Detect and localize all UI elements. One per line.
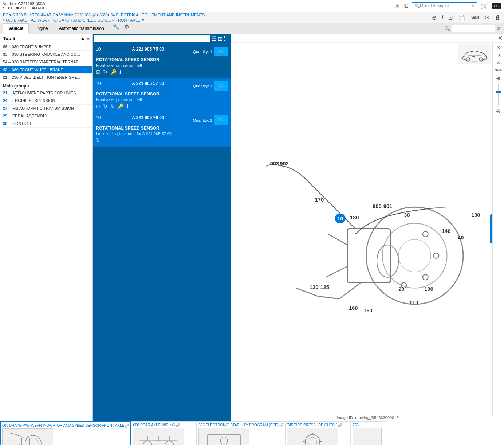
- part-card-0-header: 10 A 221 905 75 00 Quantity: 1 🛒: [96, 47, 228, 56]
- sidebar-group-27[interactable]: 27 MB AUTOMATIC TRANSMISSION: [0, 105, 92, 112]
- thumbnail-745[interactable]: 745 TIRE PRESSURE CHECK 🔗: [285, 421, 351, 445]
- part-2-cart-button[interactable]: 🛒: [214, 115, 228, 125]
- part-1-info-icon[interactable]: ℹ: [127, 103, 129, 109]
- part-0-name: ROTATIONAL SPEED SENSOR: [96, 57, 228, 62]
- diagram-cross-icon[interactable]: ✕: [496, 60, 500, 66]
- diagram-close-icon[interactable]: ✕: [498, 35, 503, 42]
- part-2-refresh-icon[interactable]: ↻: [96, 137, 100, 143]
- sidebar-item-battery[interactable]: 54 – 030 BATTERY,STARTER/ALTERNAT...: [0, 58, 92, 66]
- sidebar-group-29[interactable]: 29 PEDAL ASSEMBLY: [0, 112, 92, 120]
- thumbnail-745-label: 745 TIRE PRESSURE CHECK 🔗: [287, 423, 349, 427]
- tab-engine[interactable]: Engine: [29, 23, 53, 34]
- sidebar-item-front-bumper[interactable]: 88 – 030 FRONT BUMPER: [0, 43, 92, 51]
- parts-search-input-wrapper[interactable]: [94, 35, 210, 42]
- diagram-slider-handle[interactable]: [496, 91, 501, 93]
- grid-view-icon[interactable]: ⊞: [218, 35, 223, 42]
- part-1-cart-button[interactable]: 🛒: [214, 81, 228, 91]
- part-0-key-icon[interactable]: 🔑: [110, 69, 117, 75]
- parts-search-input[interactable]: [97, 36, 208, 42]
- part-1-table-icon[interactable]: ⊞: [96, 103, 100, 109]
- model-search[interactable]: 🔍 ✕: [412, 2, 477, 9]
- sidebar-group-num-24: 24: [3, 98, 10, 103]
- thumbnail-695[interactable]: 695 ELECTRONIC STABILITY PROGRAM (ESP) 🔗: [197, 421, 285, 445]
- model-search-input[interactable]: [420, 3, 471, 8]
- toolbar-icons: ⊕ i ⊿ 📄 WIS ✉ 🖨: [431, 13, 501, 22]
- part-card-0[interactable]: 10 A 221 905 75 00 Quantity: 1 🛒 ROTATIO…: [93, 44, 231, 78]
- part-card-2[interactable]: 10 A 221 905 76 00 Quantity: 1 🛒 ROTATIO…: [93, 112, 231, 147]
- thumbnail-755[interactable]: 755: [351, 421, 387, 445]
- language-selector[interactable]: en: [492, 3, 501, 9]
- svg-text:160: 160: [349, 305, 358, 311]
- breadcrumb-vehicle-id[interactable]: Vehicle: C221183: [59, 13, 91, 17]
- tab-search-input[interactable]: [452, 25, 495, 32]
- breadcrumb-54[interactable]: 54 ELECTRICAL EQUIPMENT AND INSTRUMENTS: [110, 13, 205, 17]
- sidebar-group-label-24: ENGINE SUSPENSION: [12, 98, 55, 103]
- part-0-refresh1-icon[interactable]: ↻: [103, 69, 107, 75]
- part-0-table-icon[interactable]: ⊞: [96, 69, 100, 75]
- breadcrumb-63v[interactable]: 63V: [99, 13, 107, 17]
- sidebar-group-30[interactable]: 30 CONTROL: [0, 120, 92, 128]
- warning-icon[interactable]: ⚠: [394, 2, 401, 10]
- filter-icon[interactable]: ⊿: [448, 13, 454, 22]
- part-1-refresh2-icon[interactable]: ↻: [110, 103, 115, 109]
- copy-icon[interactable]: ⧉: [403, 2, 409, 10]
- thumbnail-755-img: [353, 428, 382, 445]
- part-2-number: A 221 905 76 00: [132, 115, 164, 120]
- part-0-number: A 221 905 75 00: [132, 47, 164, 52]
- sidebar-collapse-icon[interactable]: ▲: [80, 35, 85, 41]
- diagram-svg-icon[interactable]: SVG: [494, 68, 503, 73]
- breadcrumb-vehicle-line[interactable]: S 350 BlueTEC 4MATIC: [12, 13, 55, 17]
- part-1-refresh1-icon[interactable]: ↻: [103, 103, 107, 109]
- document-icon[interactable]: 📄: [457, 13, 466, 22]
- list-view-icon[interactable]: ☰: [211, 35, 216, 42]
- tab-automatic-transmission[interactable]: Automatic transmission: [54, 23, 110, 34]
- tab-settings-icon[interactable]: ⚙: [123, 23, 131, 34]
- part-card-1[interactable]: 10 A 221 905 57 00 Quantity: 1 🛒 ROTATIO…: [93, 78, 231, 112]
- svg-point-6: [398, 239, 431, 272]
- wis-icon[interactable]: WIS: [470, 15, 480, 20]
- expand-view-icon[interactable]: ⛶: [224, 36, 230, 42]
- sidebar: Top 5 ▲ « 88 – 030 FRONT BUMPER 33 – 030…: [0, 34, 93, 421]
- breadcrumb-dropdown-icon[interactable]: ▼: [141, 18, 145, 22]
- sidebar-item-steering-knuckle[interactable]: 33 – 030 STEERING KNUCKLE AND CO...: [0, 51, 92, 58]
- breadcrumb-current[interactable]: 663 BRAKE PAD WEAR INDICATOR AND SPEED S…: [6, 18, 140, 22]
- tab-search-clear[interactable]: ✕: [497, 26, 501, 31]
- sidebar-minimize-icon[interactable]: «: [87, 35, 90, 41]
- svg-line-8: [328, 234, 347, 245]
- diagram-zoom-out-icon[interactable]: ⊖: [496, 108, 501, 114]
- svg-line-9: [326, 266, 347, 277]
- vehicle-link-icon[interactable]: 🔗: [91, 13, 96, 17]
- sidebar-group-24[interactable]: 24 ENGINE SUSPENSION: [0, 97, 92, 105]
- vehicle-line2: S 350 BlueTEC 4MATIC: [3, 6, 46, 10]
- sidebar-group-21[interactable]: 21 ATTACHMENT PARTS FOR UNITS: [0, 89, 92, 97]
- thumbnail-680[interactable]: 680 REAR AXLE WIRING 🔗: [131, 421, 197, 445]
- cart-icon[interactable]: 🛒: [480, 2, 489, 10]
- svg-point-37: [25, 435, 41, 445]
- part-2-pos: 10: [96, 115, 103, 120]
- mail-icon[interactable]: ✉: [484, 13, 490, 22]
- sidebar-item-vbelt[interactable]: 21 – 230 V-BELT,BELT TIGHTENER,SHE...: [0, 74, 92, 81]
- diagram-close2-icon[interactable]: ✕: [496, 45, 500, 50]
- part-2-qty-label: Quantity: 1: [193, 118, 212, 122]
- clear-search-icon[interactable]: ✕: [471, 3, 475, 8]
- sidebar-item-front-wheel-brake[interactable]: 42 – 030 FRONT WHEEL BRAKE: [0, 66, 92, 74]
- diagram-zoom-in2-icon[interactable]: ⊕: [496, 75, 501, 82]
- tab-bar: Vehicle Engine Automatic transmission 🔧 …: [3, 23, 131, 34]
- diagram-area: ✕ ✕ ↺ ✕ SVG ⊕: [231, 34, 504, 421]
- diagram-slider[interactable]: [496, 84, 501, 106]
- part-0-info-icon[interactable]: ℹ: [119, 69, 121, 75]
- svg-text:110: 110: [409, 300, 418, 305]
- part-1-key-icon[interactable]: 🔑: [118, 103, 124, 109]
- part-card-2-header: 10 A 221 905 76 00 Quantity: 1 🛒: [96, 115, 228, 125]
- tab-wrench-icon[interactable]: 🔧: [110, 23, 123, 34]
- tab-vehicle[interactable]: Vehicle: [3, 23, 29, 34]
- part-0-cart-button[interactable]: 🛒: [214, 47, 228, 56]
- breadcrumb-pc[interactable]: PC: [3, 13, 8, 17]
- diagram-undo-icon[interactable]: ↺: [496, 52, 500, 58]
- thumbnail-680-label: 680 REAR AXLE WIRING 🔗: [133, 423, 195, 427]
- thumbnail-663[interactable]: 663 BRAKE PAD WEAR INDICATOR AND SPEED S…: [0, 421, 131, 445]
- svg-line-15: [339, 283, 361, 299]
- zoom-in-icon[interactable]: ⊕: [431, 13, 437, 22]
- info-icon[interactable]: i: [441, 13, 444, 22]
- print-icon[interactable]: 🖨: [494, 13, 501, 22]
